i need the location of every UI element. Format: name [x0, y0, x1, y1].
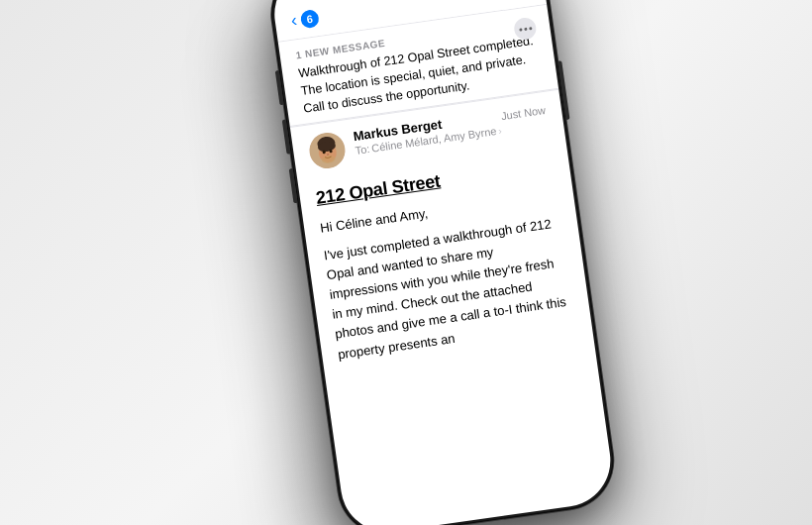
- up-arrow-icon[interactable]: [484, 0, 504, 3]
- status-time: 9:41: [294, 0, 325, 2]
- nav-left[interactable]: ‹ 6: [289, 7, 320, 32]
- email-paragraph: I've just completed a walkthrough of 212…: [323, 213, 576, 365]
- to-label: To:: [355, 143, 370, 157]
- nav-right[interactable]: [484, 0, 530, 3]
- avatar: [307, 131, 348, 171]
- unread-badge: 6: [300, 8, 320, 28]
- back-arrow-icon[interactable]: ‹: [289, 10, 298, 32]
- scene: 9:41: [0, 0, 812, 525]
- chevron-right-icon: ›: [498, 125, 503, 136]
- email-list: 1 NEW MESSAGE Walkthrough of 212 Opal St…: [278, 4, 594, 379]
- email-body: 212 Opal Street Hi Céline and Amy, I've …: [298, 146, 594, 379]
